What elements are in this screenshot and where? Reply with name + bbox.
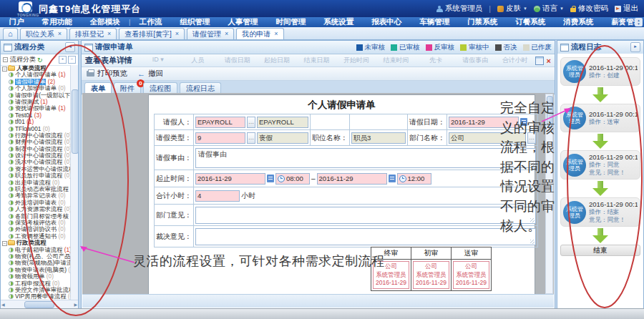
tree-item[interactable]: 制衣中心请假流程 (0)	[2, 146, 72, 152]
tree-item[interactable]: 请假申请单 (2)	[2, 79, 72, 85]
current-user[interactable]: 系统管理员	[436, 4, 483, 14]
menu-item-7[interactable]: 时间管理	[267, 17, 315, 27]
person-lookup-button[interactable]: …	[247, 117, 255, 128]
start-date-input[interactable]: 2016-11-29	[195, 173, 265, 185]
scrollbar-thumb[interactable]	[547, 96, 553, 127]
skin-menu[interactable]: 皮肤▼	[497, 4, 527, 14]
scroll-right-icon[interactable]: ▶	[74, 302, 77, 307]
language-menu[interactable]: 语言▼	[534, 4, 564, 14]
menu-item-12[interactable]: 订餐系统	[507, 17, 555, 27]
recall-button[interactable]: ←撤回	[137, 69, 163, 79]
tree-item[interactable]: 个人请假申请单 (1)	[2, 72, 72, 78]
flow-log-collapse-button[interactable]: ▸	[630, 42, 640, 52]
scroll-left-icon[interactable]: ◀	[1, 302, 5, 307]
tree-item[interactable]: Test01 (3)	[2, 112, 72, 119]
type-lookup-button[interactable]: …	[247, 132, 255, 144]
tree-item[interactable]: 各部门目标管理考核 (0)	[2, 213, 72, 220]
window-tab[interactable]: 查看排班[黄字]×	[119, 28, 185, 39]
expander-icon[interactable]: −	[2, 67, 7, 72]
refresh-icon[interactable]: ↻	[37, 57, 43, 64]
dept-opinion-textarea[interactable]	[195, 207, 536, 224]
menu-item-8[interactable]: 系统设置	[315, 17, 363, 27]
dialog-restore-icon[interactable]	[535, 57, 544, 65]
tree-item[interactable]: VIP房用餐申请流程 (0)	[2, 293, 72, 300]
menu-item-10[interactable]: 车辆管理	[411, 17, 459, 27]
tree-item[interactable]: 资本运营中心请假流程 (0)	[2, 166, 72, 172]
menu-item-9[interactable]: 报表中心	[363, 17, 411, 27]
sidebar-collapse-button[interactable]: ◂	[65, 42, 75, 52]
menu-item-4[interactable]: 工作流	[130, 17, 171, 27]
tree-item[interactable]: 请假测试 (1)	[2, 99, 72, 105]
calendar-icon[interactable]	[520, 118, 527, 126]
tab-flowlog[interactable]: 流程日志	[180, 82, 221, 94]
hours-input[interactable]: 4	[195, 190, 240, 202]
tree-item[interactable]: 资抚请假申请单 (1)	[2, 105, 72, 112]
tree-item[interactable]: 设计中心请假流程 (0)	[2, 152, 72, 159]
reason-textarea[interactable]: 请假事由	[195, 148, 536, 168]
change-password-button[interactable]: 修改密码	[570, 4, 608, 14]
tab-close-icon[interactable]: ×	[58, 29, 62, 39]
tab-attachment[interactable]: 附件0	[114, 82, 141, 94]
window-tab[interactable]: 排班登记×	[69, 28, 117, 39]
menu-item-3[interactable]: 全部模块	[81, 17, 129, 27]
tree-item[interactable]: 洗水中心请假流程 (0)	[2, 159, 72, 165]
tree-item[interactable]: 工程申报流程 (0)	[2, 280, 72, 287]
leave-date-input[interactable]: 2016-11-29	[449, 117, 519, 128]
end-date-input[interactable]: 2016-11-29	[317, 173, 387, 185]
tree-item[interactable]: 保安考核评估表 (0)	[2, 220, 72, 226]
dept-input[interactable]: 公司	[449, 132, 526, 144]
menu-scroll-buttons[interactable]: ▲▼	[635, 18, 643, 26]
calendar-icon[interactable]	[267, 175, 274, 182]
tree-item[interactable]: 受控文件清单审批流程 (0)	[2, 287, 72, 293]
scrollbar-thumb[interactable]	[24, 301, 54, 308]
tree-item[interactable]: 电子邮箱申请流程 (1)	[2, 247, 72, 253]
position-input[interactable]: 职员3	[351, 132, 406, 144]
tree-group[interactable]: −行政类流程	[2, 240, 72, 246]
tree-item[interactable]: 外派培训申请表 (0)	[2, 200, 72, 206]
tab-flowchart[interactable]: 流程图	[143, 82, 177, 94]
start-time-input[interactable]: 08:00	[275, 173, 310, 185]
window-tab[interactable]: 请假管理×	[187, 28, 234, 39]
tree-item[interactable]: 出差申请流程 (0)	[2, 180, 72, 186]
sidebar-vertical-scrollbar[interactable]	[70, 65, 78, 300]
sidebar-horizontal-scrollbar[interactable]: ◀ ▶	[1, 300, 78, 308]
tree-item[interactable]: 物资(礼品、公司产品) (0)	[2, 253, 72, 260]
calendar-icon[interactable]	[389, 175, 396, 182]
tab-close-icon[interactable]: ×	[274, 29, 278, 39]
print-preview-button[interactable]: 打印预览	[87, 69, 127, 79]
tree-item[interactable]: 物资(常规物品)申请流 (0)	[2, 260, 72, 266]
dialog-close-icon[interactable]: ×	[547, 57, 551, 64]
tree-item[interactable]: 请假申请(一级部以下) (0)	[2, 92, 72, 99]
tree-item[interactable]: 个人加班申请单 (0)	[2, 85, 72, 92]
home-tab[interactable]: ⌂	[3, 28, 18, 39]
tree-item[interactable]: 职员放行申请流程 (0)	[2, 172, 72, 179]
menu-item-5[interactable]: 组织管理	[171, 17, 219, 27]
expander-icon[interactable]: −	[2, 241, 7, 246]
collapse-all-icon[interactable]: −	[68, 56, 76, 64]
tree-item[interactable]: 行政中心请假流程 (0)	[2, 132, 72, 139]
flow-end-node[interactable]: 结束	[560, 245, 640, 256]
logout-button[interactable]: 退出	[615, 4, 638, 14]
leave-type-code-input[interactable]: 9	[195, 132, 245, 144]
tree-group[interactable]: −人事类流程	[2, 65, 72, 72]
window-tab[interactable]: 我的申请×	[236, 28, 283, 39]
end-time-input[interactable]: 12:00	[397, 173, 431, 185]
tab-close-icon[interactable]: ×	[175, 29, 179, 39]
tree-root-expander-icon[interactable]: −	[3, 57, 8, 62]
menu-item-6[interactable]: 人事管理	[219, 17, 267, 27]
tree-item[interactable]: 工资调整通知书 (0)	[2, 233, 72, 240]
form-vertical-scrollbar[interactable]	[545, 94, 553, 294]
expand-all-icon[interactable]: +	[59, 56, 67, 64]
menu-item-2[interactable]: 常用功能	[33, 17, 81, 27]
tree-item[interactable]: 人力资源需求流程 (0)	[2, 206, 72, 212]
window-tab[interactable]: 职位关系×	[20, 28, 67, 39]
tree-item[interactable]: 职员动态表审批流程 (0)	[2, 186, 72, 192]
leave-person-name-input[interactable]: EPAYROLL	[257, 117, 308, 128]
tab-close-icon[interactable]: ×	[225, 29, 228, 39]
final-opinion-textarea[interactable]	[195, 228, 536, 245]
tab-close-icon[interactable]: ×	[107, 29, 111, 39]
menu-item-11[interactable]: 门禁系统	[459, 17, 507, 27]
tree-item[interactable]: 财务中心请假流程 (0)	[2, 139, 72, 145]
tree-item[interactable]: 外请培训协议书 (0)	[2, 226, 72, 232]
tree-item[interactable]: 考勤异常记录表 (0)	[2, 192, 72, 199]
